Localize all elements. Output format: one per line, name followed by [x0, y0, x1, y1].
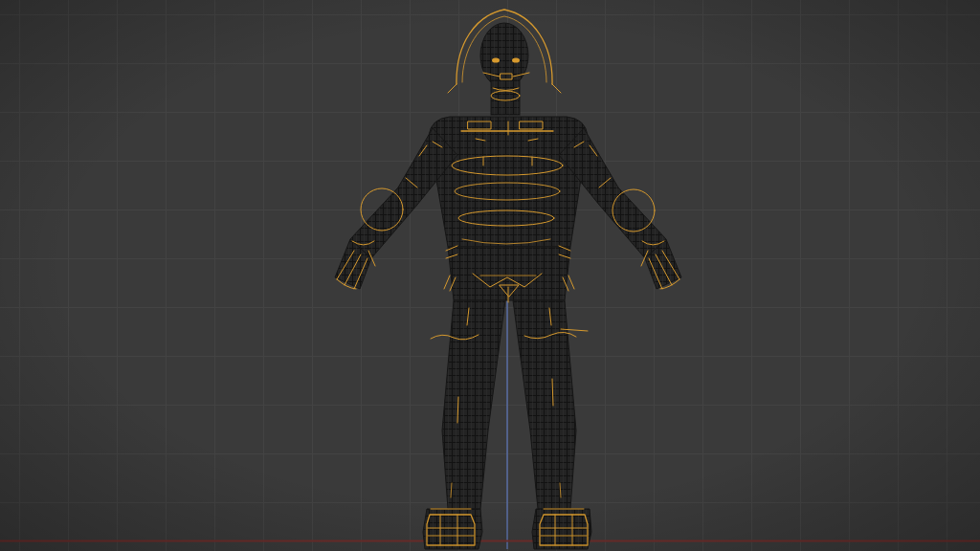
3d-viewport[interactable] — [0, 0, 980, 551]
viewport-canvas — [0, 0, 980, 551]
